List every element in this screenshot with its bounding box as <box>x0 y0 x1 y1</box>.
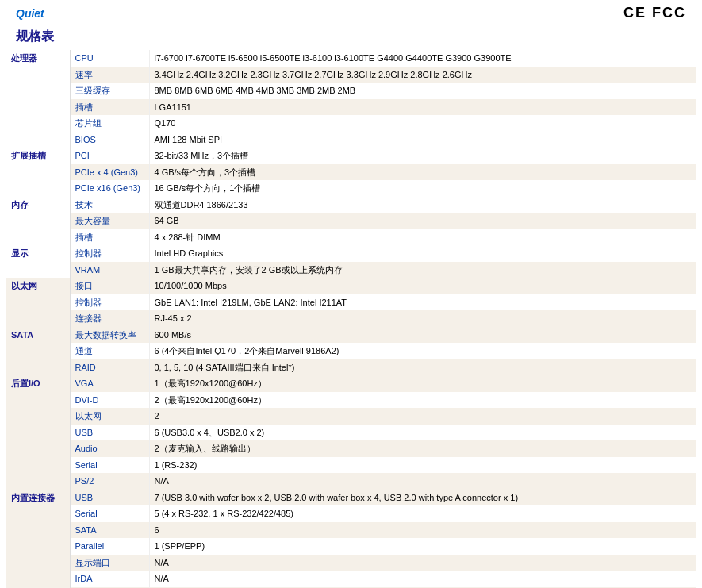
category-cell <box>6 132 70 148</box>
label-cell: 三级缓存 <box>70 83 149 99</box>
label-cell: RAID <box>70 359 149 376</box>
value-cell: 1 (SPP/EPP) <box>149 538 696 555</box>
category-cell: 内置连接器 <box>6 490 70 589</box>
value-cell: 32-bit/33 MHz，3个插槽 <box>149 148 696 164</box>
value-cell: 0, 1, 5, 10 (4 SATAIII端口来自 Intel*) <box>149 359 696 376</box>
table-row: PCIe x16 (Gen3)16 GB/s每个方向，1个插槽 <box>6 180 696 197</box>
label-cell: 连接器 <box>70 310 149 327</box>
table-row: 通道6 (4个来自Intel Q170，2个来自Marvell 9186A2) <box>6 343 696 359</box>
category-cell: 扩展插槽 <box>6 148 70 197</box>
label-cell: 插槽 <box>70 99 149 116</box>
table-row: RAID0, 1, 5, 10 (4 SATAIII端口来自 Intel*) <box>6 359 696 376</box>
table-row: 显示端口N/A <box>6 555 696 571</box>
value-cell: 7 (USB 3.0 with wafer box x 2, USB 2.0 w… <box>149 490 696 506</box>
label-cell: 芯片组 <box>70 115 149 132</box>
value-cell: 6 <box>149 522 696 539</box>
table-row: IrDAN/A <box>6 571 696 587</box>
table-row: 最大容量64 GB <box>6 213 696 229</box>
page-title: 规格表 <box>0 25 702 50</box>
table-row: Serial5 (4 x RS-232, 1 x RS-232/422/485) <box>6 505 696 522</box>
category-cell: 内存 <box>6 197 70 246</box>
table-row: 芯片组Q170 <box>6 115 696 132</box>
table-row: 扩展插槽PCI32-bit/33 MHz，3个插槽 <box>6 148 696 164</box>
table-row: 后置I/OVGA1（最高1920x1200@60Hz） <box>6 375 696 392</box>
label-cell: 插槽 <box>70 229 149 246</box>
table-row: 三级缓存8MB 8MB 6MB 6MB 4MB 4MB 3MB 3MB 2MB … <box>6 83 696 99</box>
label-cell: USB <box>70 425 149 441</box>
table-row: DVI-D2（最高1920x1200@60Hz） <box>6 392 696 409</box>
label-cell: PS/2 <box>70 473 149 490</box>
label-cell: BIOS <box>70 132 149 148</box>
category-cell: 以太网 <box>6 278 70 327</box>
label-cell: Serial <box>70 505 149 522</box>
table-row: USB6 (USB3.0 x 4、USB2.0 x 2) <box>6 425 696 441</box>
label-cell: 最大数据转换率 <box>70 327 149 344</box>
value-cell: N/A <box>149 571 696 587</box>
value-cell: 2（最高1920x1200@60Hz） <box>149 392 696 409</box>
value-cell: 5 (4 x RS-232, 1 x RS-232/422/485) <box>149 505 696 522</box>
value-cell: Intel HD Graphics <box>149 245 696 262</box>
page-header: Quiet CE FCC <box>0 0 702 25</box>
label-cell: USB <box>70 490 149 506</box>
value-cell: RJ-45 x 2 <box>149 310 696 327</box>
value-cell: 双通道DDR4 1866/2133 <box>149 197 696 213</box>
spec-wrapper: 处理器CPUi7-6700 i7-6700TE i5-6500 i5-6500T… <box>0 50 702 588</box>
value-cell: 1 GB最大共享内存，安装了2 GB或以上系统内存 <box>149 262 696 279</box>
value-cell: 3.4GHz 2.4GHz 3.2GHz 2.3GHz 3.7GHz 2.7GH… <box>149 67 696 83</box>
value-cell: 600 MB/s <box>149 327 696 344</box>
table-row: 显示控制器Intel HD Graphics <box>6 245 696 262</box>
table-row: 控制器GbE LAN1: Intel I219LM, GbE LAN2: Int… <box>6 294 696 311</box>
value-cell: GbE LAN1: Intel I219LM, GbE LAN2: Intel … <box>149 294 696 311</box>
label-cell: PCIe x 4 (Gen3) <box>70 164 149 181</box>
brand-logo: Quiet <box>16 7 44 20</box>
table-row: 插槽4 x 288-针 DIMM <box>6 229 696 246</box>
label-cell: Serial <box>70 457 149 474</box>
label-cell: VRAM <box>70 262 149 279</box>
table-row: Parallel1 (SPP/EPP) <box>6 538 696 555</box>
label-cell: PCIe x16 (Gen3) <box>70 180 149 197</box>
value-cell: AMI 128 Mbit SPI <box>149 132 696 148</box>
spec-table: 处理器CPUi7-6700 i7-6700TE i5-6500 i5-6500T… <box>6 50 696 588</box>
value-cell: N/A <box>149 473 696 490</box>
table-row: 连接器RJ-45 x 2 <box>6 310 696 327</box>
table-row: SATA最大数据转换率600 MB/s <box>6 327 696 344</box>
value-cell: 64 GB <box>149 213 696 229</box>
label-cell: VGA <box>70 375 149 392</box>
label-cell: 最大容量 <box>70 213 149 229</box>
cert-logo: CE FCC <box>623 5 686 21</box>
value-cell: LGA1151 <box>149 99 696 116</box>
table-row: 处理器CPUi7-6700 i7-6700TE i5-6500 i5-6500T… <box>6 50 696 67</box>
label-cell: Parallel <box>70 538 149 555</box>
category-cell: 处理器 <box>6 50 70 132</box>
table-row: 速率3.4GHz 2.4GHz 3.2GHz 2.3GHz 3.7GHz 2.7… <box>6 67 696 83</box>
category-cell: 显示 <box>6 245 70 278</box>
table-row: Serial1 (RS-232) <box>6 457 696 474</box>
value-cell: N/A <box>149 555 696 571</box>
table-row: 插槽LGA1151 <box>6 99 696 116</box>
table-row: BIOSAMI 128 Mbit SPI <box>6 132 696 148</box>
label-cell: Audio <box>70 440 149 457</box>
value-cell: 2（麦克输入、线路输出） <box>149 440 696 457</box>
table-row: 以太网接口10/100/1000 Mbps <box>6 278 696 294</box>
value-cell: 4 x 288-针 DIMM <box>149 229 696 246</box>
value-cell: 2 <box>149 408 696 425</box>
label-cell: 速率 <box>70 67 149 83</box>
category-cell: SATA <box>6 327 70 376</box>
table-row: 以太网2 <box>6 408 696 425</box>
label-cell: IrDA <box>70 571 149 587</box>
table-row: 内存技术双通道DDR4 1866/2133 <box>6 197 696 213</box>
category-cell: 后置I/O <box>6 375 70 490</box>
table-row: VRAM1 GB最大共享内存，安装了2 GB或以上系统内存 <box>6 262 696 279</box>
value-cell: 6 (4个来自Intel Q170，2个来自Marvell 9186A2) <box>149 343 696 359</box>
label-cell: DVI-D <box>70 392 149 409</box>
label-cell: PCI <box>70 148 149 164</box>
value-cell: 6 (USB3.0 x 4、USB2.0 x 2) <box>149 425 696 441</box>
value-cell: Q170 <box>149 115 696 132</box>
value-cell: i7-6700 i7-6700TE i5-6500 i5-6500TE i3-6… <box>149 50 696 67</box>
value-cell: 10/100/1000 Mbps <box>149 278 696 294</box>
value-cell: 8MB 8MB 6MB 6MB 4MB 4MB 3MB 3MB 2MB 2MB <box>149 83 696 99</box>
table-row: Audio2（麦克输入、线路输出） <box>6 440 696 457</box>
table-row: 内置连接器USB7 (USB 3.0 with wafer box x 2, U… <box>6 490 696 506</box>
value-cell: 1（最高1920x1200@60Hz） <box>149 375 696 392</box>
label-cell: 技术 <box>70 197 149 213</box>
